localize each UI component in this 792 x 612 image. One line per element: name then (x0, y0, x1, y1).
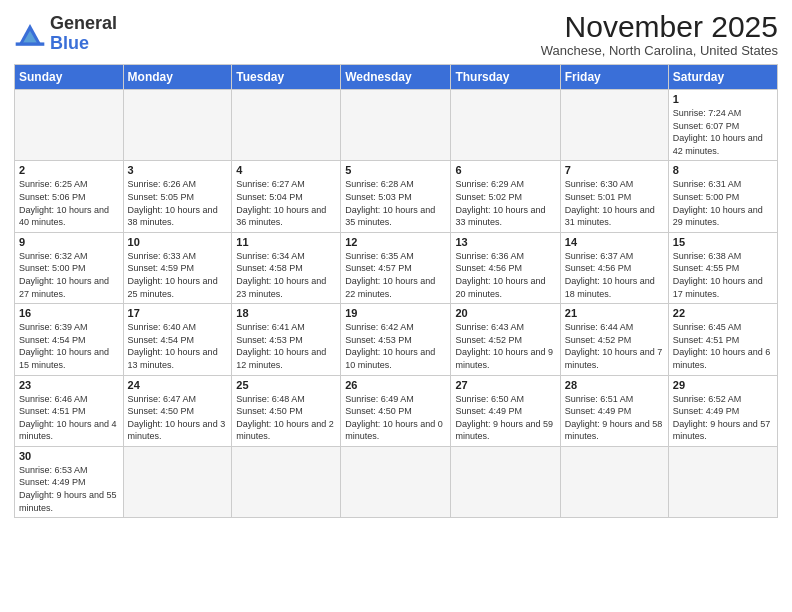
week-row-4: 16 Sunrise: 6:39 AMSunset: 4:54 PMDaylig… (15, 304, 778, 375)
header-friday: Friday (560, 65, 668, 90)
day-16: 16 Sunrise: 6:39 AMSunset: 4:54 PMDaylig… (15, 304, 124, 375)
day-18: 18 Sunrise: 6:41 AMSunset: 4:53 PMDaylig… (232, 304, 341, 375)
day-14: 14 Sunrise: 6:37 AMSunset: 4:56 PMDaylig… (560, 232, 668, 303)
day-empty-4 (341, 90, 451, 161)
header-sunday: Sunday (15, 65, 124, 90)
logo-text: GeneralBlue (50, 14, 117, 54)
day-30: 30 Sunrise: 6:53 AMSunset: 4:49 PMDaylig… (15, 446, 124, 517)
day-28: 28 Sunrise: 6:51 AMSunset: 4:49 PMDaylig… (560, 375, 668, 446)
day-15: 15 Sunrise: 6:38 AMSunset: 4:55 PMDaylig… (668, 232, 777, 303)
header-monday: Monday (123, 65, 232, 90)
day-4: 4 Sunrise: 6:27 AMSunset: 5:04 PMDayligh… (232, 161, 341, 232)
day-empty-r6-3 (232, 446, 341, 517)
day-8: 8 Sunrise: 6:31 AMSunset: 5:00 PMDayligh… (668, 161, 777, 232)
week-row-6: 30 Sunrise: 6:53 AMSunset: 4:49 PMDaylig… (15, 446, 778, 517)
generalblue-icon (14, 20, 46, 48)
day-empty-5 (451, 90, 560, 161)
day-6: 6 Sunrise: 6:29 AMSunset: 5:02 PMDayligh… (451, 161, 560, 232)
header-tuesday: Tuesday (232, 65, 341, 90)
location: Wanchese, North Carolina, United States (541, 43, 778, 58)
weekday-header-row: Sunday Monday Tuesday Wednesday Thursday… (15, 65, 778, 90)
title-block: November 2025 Wanchese, North Carolina, … (541, 10, 778, 58)
day-info-1: Sunrise: 7:24 AM Sunset: 6:07 PM Dayligh… (673, 107, 773, 157)
week-row-3: 9 Sunrise: 6:32 AMSunset: 5:00 PMDayligh… (15, 232, 778, 303)
header: GeneralBlue November 2025 Wanchese, Nort… (14, 10, 778, 58)
day-20: 20 Sunrise: 6:43 AMSunset: 4:52 PMDaylig… (451, 304, 560, 375)
day-24: 24 Sunrise: 6:47 AMSunset: 4:50 PMDaylig… (123, 375, 232, 446)
day-empty-r6-4 (341, 446, 451, 517)
week-row-5: 23 Sunrise: 6:46 AMSunset: 4:51 PMDaylig… (15, 375, 778, 446)
day-empty-3 (232, 90, 341, 161)
day-empty-r6-6 (560, 446, 668, 517)
week-row-1: 1 Sunrise: 7:24 AM Sunset: 6:07 PM Dayli… (15, 90, 778, 161)
page: GeneralBlue November 2025 Wanchese, Nort… (0, 0, 792, 612)
week-row-2: 2 Sunrise: 6:25 AMSunset: 5:06 PMDayligh… (15, 161, 778, 232)
day-empty-r6-2 (123, 446, 232, 517)
day-3: 3 Sunrise: 6:26 AMSunset: 5:05 PMDayligh… (123, 161, 232, 232)
day-empty-r6-5 (451, 446, 560, 517)
day-9: 9 Sunrise: 6:32 AMSunset: 5:00 PMDayligh… (15, 232, 124, 303)
logo: GeneralBlue (14, 14, 117, 54)
day-empty-r6-7 (668, 446, 777, 517)
day-21: 21 Sunrise: 6:44 AMSunset: 4:52 PMDaylig… (560, 304, 668, 375)
logo-blue: Blue (50, 33, 89, 53)
header-saturday: Saturday (668, 65, 777, 90)
day-22: 22 Sunrise: 6:45 AMSunset: 4:51 PMDaylig… (668, 304, 777, 375)
header-wednesday: Wednesday (341, 65, 451, 90)
calendar-table: Sunday Monday Tuesday Wednesday Thursday… (14, 64, 778, 518)
day-13: 13 Sunrise: 6:36 AMSunset: 4:56 PMDaylig… (451, 232, 560, 303)
svg-rect-2 (16, 42, 45, 45)
day-23: 23 Sunrise: 6:46 AMSunset: 4:51 PMDaylig… (15, 375, 124, 446)
day-2: 2 Sunrise: 6:25 AMSunset: 5:06 PMDayligh… (15, 161, 124, 232)
day-1: 1 Sunrise: 7:24 AM Sunset: 6:07 PM Dayli… (668, 90, 777, 161)
day-19: 19 Sunrise: 6:42 AMSunset: 4:53 PMDaylig… (341, 304, 451, 375)
day-5: 5 Sunrise: 6:28 AMSunset: 5:03 PMDayligh… (341, 161, 451, 232)
day-11: 11 Sunrise: 6:34 AMSunset: 4:58 PMDaylig… (232, 232, 341, 303)
day-7: 7 Sunrise: 6:30 AMSunset: 5:01 PMDayligh… (560, 161, 668, 232)
day-empty-1 (15, 90, 124, 161)
day-17: 17 Sunrise: 6:40 AMSunset: 4:54 PMDaylig… (123, 304, 232, 375)
day-27: 27 Sunrise: 6:50 AMSunset: 4:49 PMDaylig… (451, 375, 560, 446)
header-thursday: Thursday (451, 65, 560, 90)
day-empty-2 (123, 90, 232, 161)
day-25: 25 Sunrise: 6:48 AMSunset: 4:50 PMDaylig… (232, 375, 341, 446)
day-empty-6 (560, 90, 668, 161)
logo-general: General (50, 13, 117, 33)
day-number-1: 1 (673, 93, 773, 105)
day-29: 29 Sunrise: 6:52 AMSunset: 4:49 PMDaylig… (668, 375, 777, 446)
day-26: 26 Sunrise: 6:49 AMSunset: 4:50 PMDaylig… (341, 375, 451, 446)
day-12: 12 Sunrise: 6:35 AMSunset: 4:57 PMDaylig… (341, 232, 451, 303)
day-10: 10 Sunrise: 6:33 AMSunset: 4:59 PMDaylig… (123, 232, 232, 303)
month-title: November 2025 (541, 10, 778, 43)
